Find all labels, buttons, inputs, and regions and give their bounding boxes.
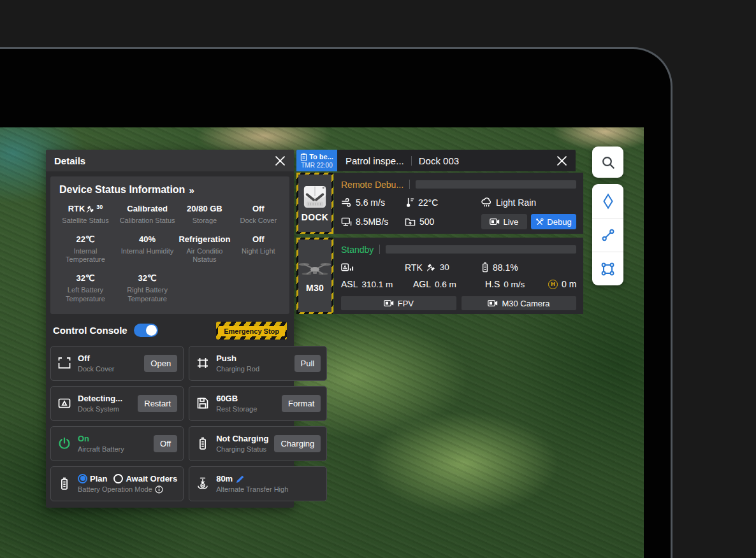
battery-icon	[481, 262, 489, 273]
debug-button[interactable]: Debug	[531, 214, 577, 229]
status-internal-humidity: 40% Internal Humidity	[117, 235, 178, 264]
details-panel-header: Details	[46, 150, 294, 171]
live-button[interactable]: Live	[481, 214, 527, 229]
dock-thumbnail[interactable]: DOCK	[296, 173, 333, 234]
card-rest-storage: 60GB Rest Storage Format	[189, 386, 327, 421]
waypoint-marker-tool[interactable]	[592, 184, 623, 218]
device-panel-close-button[interactable]	[556, 155, 567, 166]
asl-metric: ASL 310.1 m	[341, 279, 413, 289]
radio-plan[interactable]: Plan	[78, 474, 107, 483]
radio-unselected-icon	[113, 474, 123, 483]
map-draw-tools	[592, 184, 623, 285]
storage-format-button[interactable]: Format	[282, 395, 321, 412]
m30-thumbnail[interactable]: M30	[296, 238, 333, 314]
status-storage: 20/80 GB Storage	[178, 204, 231, 225]
rtk-metric: RTK 30	[405, 262, 481, 273]
status-dock-cover: Off Dock Cover	[231, 204, 286, 225]
wind-speed-metric: 5.6 m/s	[341, 197, 405, 208]
task-badge[interactable]: To be... TMR 22:00	[296, 150, 337, 171]
task-time: TMR 22:00	[301, 162, 332, 169]
details-close-button[interactable]	[274, 155, 286, 166]
control-console-toggle[interactable]	[134, 324, 158, 337]
control-console-cards: Off Dock Cover Open Push Charging Rod Pu…	[50, 346, 289, 501]
charging-rod-icon	[195, 356, 210, 370]
video-transmission-signal-icon	[341, 262, 354, 272]
status-calibration: Calibrated Calibration Status	[117, 204, 178, 225]
m30-status: Standby	[341, 245, 374, 255]
m30-camera-button[interactable]: M30 Camera	[462, 296, 577, 310]
fpv-button[interactable]: FPV	[341, 296, 456, 310]
agl-metric: AGL 0.6 m	[413, 279, 485, 289]
chevron-more-icon: »	[189, 185, 194, 196]
card-dock-cover: Off Dock Cover Open	[50, 346, 184, 381]
edit-pencil-icon[interactable]	[236, 475, 245, 483]
dock-cover-icon	[57, 356, 72, 370]
device-status-section: Device Status Information » RTK 30 Satel…	[50, 176, 289, 314]
radio-await-orders[interactable]: Await Orders	[113, 474, 177, 483]
temperature-metric: 22°C	[405, 197, 481, 208]
drone-image	[298, 259, 331, 280]
satellite-icon	[86, 204, 95, 213]
power-icon	[57, 436, 72, 450]
battery-icon	[195, 436, 210, 450]
device-panel-header: To be... TMR 22:00 Patrol inspe... Dock …	[296, 150, 576, 171]
rain-cloud-icon	[481, 197, 492, 208]
aircraft-battery-off-button[interactable]: Off	[154, 435, 177, 452]
card-dock-system: Detecting... Dock System Restart	[50, 386, 184, 421]
media-count-metric: 500	[405, 217, 481, 227]
m30-progress-bar	[386, 245, 576, 254]
map-search-button[interactable]	[592, 147, 623, 178]
line-draw-tool[interactable]	[592, 218, 623, 252]
clipboard-icon	[300, 153, 307, 161]
details-panel: Details Device Status Information » RTK …	[46, 150, 294, 508]
card-battery-operation-mode: Plan Await Orders Battery Operation Mode	[50, 466, 184, 501]
wind-icon	[341, 197, 352, 207]
dock-info-section: Remote Debu... 5.6 m/s 22°C	[334, 173, 583, 234]
horizontal-speed-metric: H.S 0 m/s	[485, 279, 548, 289]
info-icon[interactable]	[155, 485, 163, 494]
task-name: Patrol inspe...	[345, 155, 404, 166]
status-night-light: Off Night Light	[231, 235, 286, 264]
satellite-icon	[426, 262, 436, 272]
dock-cover-open-button[interactable]: Open	[144, 355, 177, 372]
control-console-title: Control Console	[53, 325, 127, 336]
card-charging-status: Not Charging Charging Status Charging	[189, 426, 327, 461]
status-right-battery-temp: 32℃ Right Battery Temperature	[117, 274, 178, 303]
storage-disk-icon	[195, 396, 210, 410]
weather-metric: Light Rain	[481, 197, 576, 208]
m30-info-section: Standby RTK 30	[334, 238, 583, 314]
task-status: To be...	[309, 153, 333, 161]
dock-system-restart-button[interactable]: Restart	[138, 395, 177, 412]
status-internal-temperature: 22℃ Internal Temperature	[54, 235, 117, 264]
media-folder-icon	[405, 217, 416, 227]
dock-image	[302, 185, 328, 209]
emergency-stop-button[interactable]: Emergency Stop	[216, 322, 287, 340]
thermometer-icon	[405, 197, 414, 208]
home-point-icon: H	[548, 280, 558, 289]
device-name: Dock 003	[419, 155, 459, 166]
debug-tools-icon	[535, 218, 544, 226]
dock-thumbnail-label: DOCK	[302, 212, 328, 222]
device-panel: To be... TMR 22:00 Patrol inspe... Dock …	[296, 150, 576, 314]
diamond-marker-icon	[600, 193, 616, 210]
status-left-battery-temp: 32℃ Left Battery Temperature	[54, 274, 117, 303]
video-camera-icon	[384, 299, 394, 307]
polygon-draw-tool[interactable]	[592, 252, 623, 285]
device-status-title-row[interactable]: Device Status Information »	[54, 184, 286, 196]
charging-rod-pull-button[interactable]: Pull	[294, 355, 321, 372]
video-camera-icon	[488, 299, 498, 307]
battery-metric: 88.1%	[481, 262, 576, 273]
network-icon	[341, 217, 352, 227]
home-distance-metric: H 0 m	[548, 279, 576, 289]
dock-progress-bar	[416, 180, 576, 189]
header-divider	[411, 156, 412, 166]
search-icon	[600, 155, 616, 170]
radio-selected-icon	[78, 474, 87, 483]
video-camera-icon	[490, 218, 500, 225]
close-icon	[275, 156, 285, 166]
charging-button[interactable]: Charging	[274, 435, 321, 452]
close-icon	[557, 156, 567, 166]
device-thumbnails: DOCK M30	[296, 173, 333, 314]
card-aircraft-battery: On Aircraft Battery Off	[50, 426, 184, 461]
polyline-icon	[600, 227, 616, 243]
